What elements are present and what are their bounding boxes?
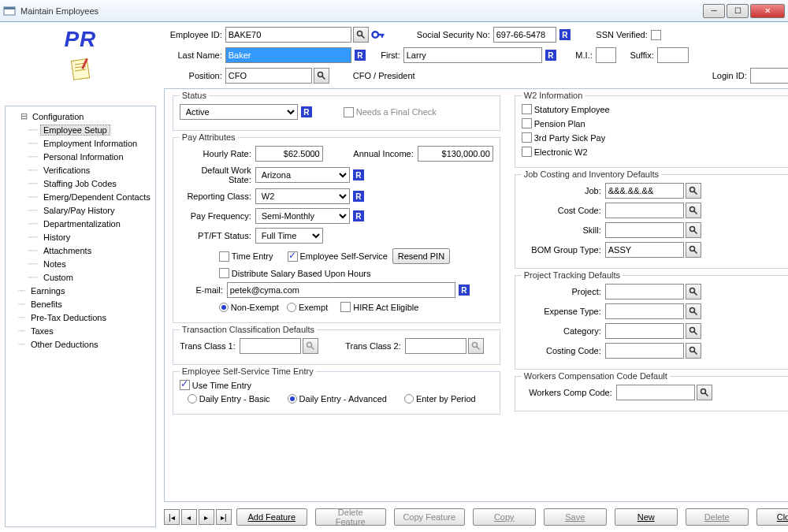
- workstate-select[interactable]: Arizona: [255, 167, 350, 183]
- lastname-input[interactable]: [225, 47, 351, 63]
- tree-node-configuration[interactable]: ⊟ Configuration: [7, 110, 154, 123]
- close-button[interactable]: Close: [756, 508, 788, 526]
- time-entry-checkbox[interactable]: [219, 251, 229, 262]
- firstname-input[interactable]: [403, 47, 542, 63]
- job-input[interactable]: [605, 183, 684, 199]
- ssn-verified-checkbox[interactable]: [651, 30, 661, 40]
- tree-node-employee-setup[interactable]: ┈┈┈Employee Setup: [7, 123, 154, 136]
- svg-point-18: [472, 343, 477, 348]
- titlebar: Maintain Employees ─ ☐ ✕: [0, 0, 788, 22]
- email-input[interactable]: [227, 282, 455, 298]
- reporting-class-select[interactable]: W2: [255, 188, 350, 204]
- ssn-input[interactable]: [493, 27, 556, 43]
- needs-final-checkbox[interactable]: [344, 107, 354, 117]
- nonexempt-radio[interactable]: [219, 303, 229, 312]
- skill-input[interactable]: [605, 222, 684, 238]
- tree-node-notes[interactable]: ┈┈┈Notes: [7, 257, 154, 270]
- tree-node-personal-info[interactable]: ┈┈┈Personal Information: [7, 150, 154, 163]
- maximize-button[interactable]: ☐: [727, 4, 749, 18]
- tree-node-taxes[interactable]: ┈┈Taxes: [7, 324, 154, 337]
- statutory-employee-checkbox[interactable]: [522, 104, 532, 114]
- transclass2-lookup-button[interactable]: [468, 338, 484, 354]
- costing-code-label: Costing Code:: [522, 346, 605, 355]
- tree-node-verifications[interactable]: ┈┈┈Verifications: [7, 163, 154, 177]
- category-input[interactable]: [605, 323, 684, 339]
- costing-code-input[interactable]: [605, 343, 684, 359]
- mi-input[interactable]: [596, 47, 616, 63]
- workers-comp-lookup-button[interactable]: [697, 385, 712, 400]
- resend-pin-button[interactable]: Resend PIN: [392, 248, 450, 264]
- nav-last-button[interactable]: ▸|: [216, 509, 232, 525]
- employee-id-lookup-button[interactable]: [353, 27, 369, 43]
- tree-node-pretax[interactable]: ┈┈Pre-Tax Deductions: [7, 311, 154, 324]
- tree-node-departmentalization[interactable]: ┈┈┈Departmentalization: [7, 217, 154, 230]
- costcode-input[interactable]: [605, 203, 684, 218]
- expense-type-lookup-button[interactable]: [686, 303, 701, 319]
- ess-time-legend: Employee Self-Service Time Entry: [180, 366, 316, 376]
- delete-feature-button[interactable]: Delete Feature: [315, 508, 386, 526]
- position-lookup-button[interactable]: [314, 68, 329, 84]
- tree-node-benefits[interactable]: ┈┈Benefits: [7, 297, 154, 311]
- tree-node-salary-history[interactable]: ┈┈┈Salary/Pay History: [7, 203, 154, 217]
- ptft-select[interactable]: Full Time: [255, 228, 323, 244]
- enter-by-period-radio[interactable]: [404, 394, 414, 404]
- copy-feature-button[interactable]: Copy Feature: [394, 508, 465, 526]
- tree-node-custom[interactable]: ┈┈┈Custom: [7, 270, 154, 284]
- use-time-entry-checkbox[interactable]: [180, 380, 190, 390]
- svg-point-32: [690, 328, 694, 333]
- new-button[interactable]: New: [615, 508, 678, 526]
- workers-comp-input[interactable]: [616, 385, 695, 400]
- daily-advanced-radio[interactable]: [288, 394, 297, 404]
- nav-tree[interactable]: ⊟ Configuration ┈┈┈Employee Setup ┈┈┈Emp…: [5, 106, 156, 527]
- costing-code-lookup-button[interactable]: [686, 343, 701, 359]
- loginid-input[interactable]: [750, 68, 788, 84]
- tree-node-other-deductions[interactable]: ┈┈Other Deductions: [7, 337, 154, 351]
- employee-keylink-icon[interactable]: [370, 27, 386, 43]
- ess-checkbox[interactable]: [288, 251, 298, 262]
- transclass2-input[interactable]: [405, 338, 466, 354]
- pay-frequency-select[interactable]: Semi-Monthly: [255, 208, 350, 224]
- tree-node-emerg-contacts[interactable]: ┈┈┈Emerg/Dependent Contacts: [7, 190, 154, 203]
- add-feature-button[interactable]: Add Feature: [236, 508, 307, 526]
- tree-node-attachments[interactable]: ┈┈┈Attachments: [7, 244, 154, 257]
- tree-node-history[interactable]: ┈┈┈History: [7, 230, 154, 244]
- hire-act-checkbox[interactable]: [340, 302, 351, 312]
- minimize-button[interactable]: ─: [703, 4, 725, 18]
- daily-basic-radio[interactable]: [188, 394, 197, 404]
- pension-plan-checkbox[interactable]: [522, 118, 532, 128]
- job-lookup-button[interactable]: [686, 183, 701, 199]
- nav-prev-button[interactable]: ◂: [181, 509, 197, 525]
- exempt-label: Exempt: [299, 303, 328, 312]
- status-select[interactable]: Active: [180, 104, 298, 120]
- nav-first-button[interactable]: |◂: [164, 509, 180, 525]
- transclass1-lookup-button[interactable]: [303, 338, 318, 354]
- distribute-salary-checkbox[interactable]: [219, 268, 229, 278]
- skill-lookup-button[interactable]: [686, 222, 701, 238]
- close-window-button[interactable]: ✕: [750, 4, 785, 18]
- employee-id-input[interactable]: [225, 27, 351, 43]
- exempt-radio[interactable]: [287, 303, 296, 312]
- suffix-input[interactable]: [657, 47, 689, 63]
- nav-next-button[interactable]: ▸: [199, 509, 214, 525]
- firstname-label: First:: [374, 50, 403, 60]
- expense-type-input[interactable]: [605, 303, 684, 319]
- position-input[interactable]: [225, 68, 312, 84]
- bom-lookup-button[interactable]: [686, 242, 701, 258]
- copy-button[interactable]: Copy: [473, 508, 536, 526]
- project-input[interactable]: [605, 284, 684, 299]
- tree-node-staffing-job-codes[interactable]: ┈┈┈Staffing Job Codes: [7, 177, 154, 190]
- tree-node-earnings[interactable]: ┈┈Earnings: [7, 284, 154, 297]
- electronic-w2-checkbox[interactable]: [522, 147, 532, 157]
- bom-input[interactable]: [605, 242, 684, 258]
- annual-income-input[interactable]: [418, 146, 493, 162]
- transclass1-input[interactable]: [240, 338, 301, 354]
- delete-button[interactable]: Delete: [686, 508, 749, 526]
- tree-node-employment-info[interactable]: ┈┈┈Employment Information: [7, 136, 154, 150]
- project-lookup-button[interactable]: [686, 284, 701, 299]
- costcode-lookup-button[interactable]: [686, 203, 701, 218]
- third-party-sick-checkbox[interactable]: [522, 132, 532, 143]
- category-lookup-button[interactable]: [686, 323, 701, 339]
- hourly-rate-input[interactable]: [255, 146, 323, 162]
- save-button[interactable]: Save: [544, 508, 607, 526]
- collapse-icon[interactable]: ⊟: [18, 111, 29, 121]
